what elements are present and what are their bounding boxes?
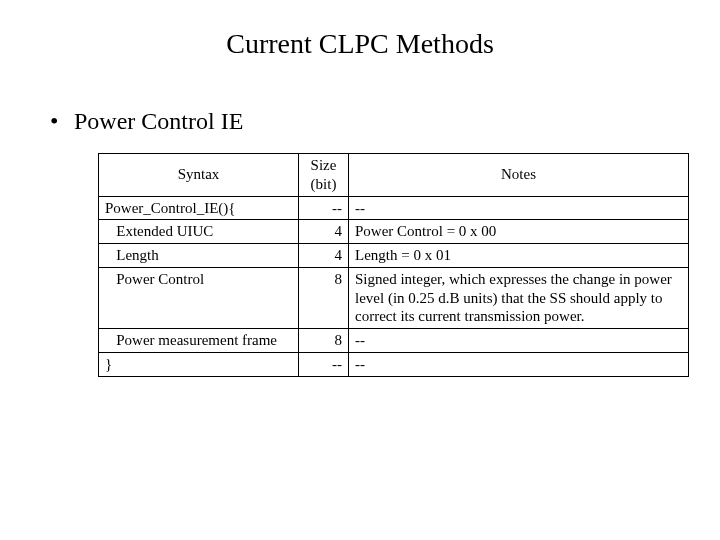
bullet-dot-icon: • xyxy=(50,108,68,135)
header-notes: Notes xyxy=(349,154,689,197)
cell-size: 8 xyxy=(299,329,349,353)
bullet-text: Power Control IE xyxy=(74,108,243,134)
page-title: Current CLPC Methods xyxy=(40,28,680,60)
cell-notes: Length = 0 x 01 xyxy=(349,244,689,268)
cell-notes: -- xyxy=(349,352,689,376)
cell-notes: -- xyxy=(349,329,689,353)
header-size: Size (bit) xyxy=(299,154,349,197)
cell-syntax: Power Control xyxy=(99,267,299,328)
cell-size: 4 xyxy=(299,244,349,268)
table-row: Power Control 8 Signed integer, which ex… xyxy=(99,267,689,328)
table-row: Extended UIUC 4 Power Control = 0 x 00 xyxy=(99,220,689,244)
table-header-row: Syntax Size (bit) Notes xyxy=(99,154,689,197)
cell-syntax: Extended UIUC xyxy=(99,220,299,244)
cell-notes: Signed integer, which expresses the chan… xyxy=(349,267,689,328)
cell-size: -- xyxy=(299,196,349,220)
cell-size: 4 xyxy=(299,220,349,244)
header-syntax: Syntax xyxy=(99,154,299,197)
cell-notes: Power Control = 0 x 00 xyxy=(349,220,689,244)
cell-size: 8 xyxy=(299,267,349,328)
slide: Current CLPC Methods • Power Control IE … xyxy=(0,0,720,540)
table-row: Length 4 Length = 0 x 01 xyxy=(99,244,689,268)
table-row: Power_Control_IE(){ -- -- xyxy=(99,196,689,220)
bullet-item: • Power Control IE xyxy=(50,108,680,135)
table-row: Power measurement frame 8 -- xyxy=(99,329,689,353)
cell-size: -- xyxy=(299,352,349,376)
cell-notes: -- xyxy=(349,196,689,220)
cell-syntax: } xyxy=(99,352,299,376)
table-row: } -- -- xyxy=(99,352,689,376)
cell-syntax: Power_Control_IE(){ xyxy=(99,196,299,220)
cell-syntax: Length xyxy=(99,244,299,268)
ie-table: Syntax Size (bit) Notes Power_Control_IE… xyxy=(98,153,689,377)
cell-syntax: Power measurement frame xyxy=(99,329,299,353)
